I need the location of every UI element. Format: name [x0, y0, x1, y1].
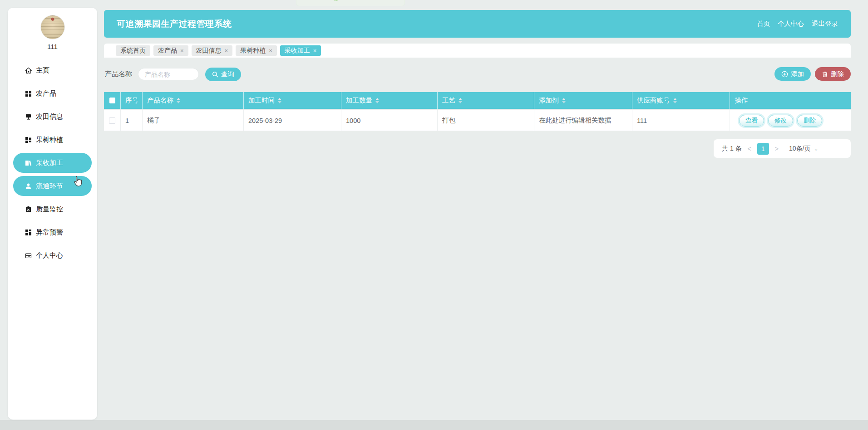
- delete-button[interactable]: 删除: [815, 67, 851, 81]
- cell-additive: 在此处进行编辑相关数据: [534, 110, 632, 131]
- add-button[interactable]: 添加: [774, 67, 811, 81]
- trash-icon: [822, 71, 828, 78]
- toolbar-actions: 添加 删除: [774, 67, 851, 81]
- pagination: 共 1 条 < 1 > 10条/页 ⌄: [714, 139, 851, 158]
- sidebar-item-label: 异常预警: [36, 228, 63, 237]
- add-button-label: 添加: [791, 70, 804, 78]
- success-toast: 操作成功: [296, 0, 405, 6]
- page-title: 可追溯果园生产过程管理系统: [117, 18, 232, 30]
- sort-carets-icon: [459, 98, 462, 103]
- sidebar-item-profile[interactable]: 个人中心: [13, 245, 92, 265]
- avatar[interactable]: [40, 15, 65, 39]
- sort-carets-icon: [375, 98, 379, 103]
- page-size-select[interactable]: 10条/页 ⌄: [789, 145, 819, 153]
- cell-time: 2025-03-29: [244, 110, 341, 131]
- tab-system-home[interactable]: 系统首页: [116, 45, 150, 56]
- col-quantity[interactable]: 加工数量: [341, 92, 438, 109]
- plus-circle-icon: [781, 71, 788, 78]
- sidebar-item-planting[interactable]: 果树种植: [13, 130, 92, 150]
- cell-operations: 查看 修改 删除: [730, 110, 851, 131]
- row-checkbox[interactable]: [109, 117, 115, 124]
- sidebar-item-quality-monitor[interactable]: 质量监控: [13, 199, 92, 219]
- close-icon[interactable]: ×: [225, 48, 228, 54]
- col-process-time[interactable]: 加工时间: [244, 92, 341, 109]
- sidebar-item-label: 果树种植: [36, 136, 63, 144]
- delete-row-button[interactable]: 删除: [797, 115, 822, 127]
- col-label: 工艺: [442, 96, 455, 105]
- sort-carets-icon: [562, 98, 566, 103]
- col-label: 供应商账号: [637, 96, 670, 105]
- col-supplier[interactable]: 供应商账号: [632, 92, 730, 109]
- main-area: 可追溯果园生产过程管理系统 首页 个人中心 退出登录 系统首页 农产品 × 农田…: [104, 0, 851, 430]
- sidebar-item-label: 主页: [36, 66, 49, 75]
- sidebar-item-alerts[interactable]: 异常预警: [13, 222, 92, 242]
- table-row: 1 橘子 2025-03-29 1000 打包 在此处进行编辑相关数据 111 …: [104, 110, 851, 131]
- app-header: 可追溯果园生产过程管理系统 首页 个人中心 退出登录: [104, 10, 851, 38]
- search-icon: [212, 71, 218, 78]
- grid-icon: [25, 137, 32, 143]
- search-label: 产品名称: [105, 70, 132, 78]
- close-icon[interactable]: ×: [269, 48, 272, 54]
- sidebar-item-home[interactable]: 主页: [13, 60, 92, 80]
- page-number-button[interactable]: 1: [757, 143, 769, 155]
- col-label: 加工数量: [346, 96, 372, 105]
- search-input[interactable]: [138, 68, 199, 80]
- col-product-name[interactable]: 产品名称: [143, 92, 244, 109]
- search-bar: 产品名称 查询: [105, 67, 241, 81]
- next-page-button[interactable]: >: [775, 145, 779, 152]
- check-circle-icon: [332, 0, 340, 1]
- col-label: 加工时间: [248, 96, 275, 105]
- select-all-checkbox[interactable]: [104, 92, 121, 109]
- sort-carets-icon: [177, 98, 180, 103]
- sidebar-item-label: 个人中心: [36, 251, 63, 260]
- sidebar: 111 主页 农产品 农田信息 果树种植 采收加工 流通环节 质量监: [8, 8, 97, 420]
- monitor-icon: [25, 113, 32, 120]
- cell-seq: 1: [121, 110, 143, 131]
- mouse-cursor: [71, 175, 84, 189]
- tab-bar: 系统首页 农产品 × 农田信息 × 果树种植 × 采收加工 ×: [104, 44, 851, 58]
- link-logout[interactable]: 退出登录: [812, 20, 838, 28]
- book-icon: [25, 160, 32, 166]
- prev-page-button[interactable]: <: [748, 145, 751, 152]
- clipboard-icon: [25, 206, 32, 213]
- grid-icon: [25, 229, 32, 236]
- sidebar-item-produce[interactable]: 农产品: [13, 83, 92, 103]
- tab-label: 农产品: [158, 47, 177, 55]
- chevron-down-icon: ⌄: [814, 146, 818, 152]
- header-links: 首页 个人中心 退出登录: [757, 20, 838, 28]
- cell-qty: 1000: [341, 110, 438, 131]
- sort-carets-icon: [673, 98, 677, 103]
- col-label: 添加剂: [539, 96, 559, 105]
- col-seq[interactable]: 序号: [121, 92, 143, 109]
- tab-label: 采收加工: [285, 47, 310, 55]
- close-icon[interactable]: ×: [313, 48, 317, 54]
- sidebar-item-label: 采收加工: [36, 159, 63, 167]
- sidebar-item-label: 农产品: [36, 89, 56, 98]
- col-additive[interactable]: 添加剂: [534, 92, 632, 109]
- cell-craft: 打包: [438, 110, 534, 131]
- pagination-total: 共 1 条: [722, 145, 742, 153]
- sort-carets-icon: [278, 98, 281, 103]
- close-icon[interactable]: ×: [180, 48, 184, 54]
- data-table: 序号 产品名称 加工时间 加工数量 工艺 添加剂: [104, 92, 851, 131]
- tab-produce[interactable]: 农产品 ×: [153, 45, 188, 56]
- delete-button-label: 删除: [831, 70, 844, 78]
- col-operations: 操作: [730, 92, 851, 109]
- link-profile[interactable]: 个人中心: [778, 20, 804, 28]
- link-home[interactable]: 首页: [757, 20, 770, 28]
- view-button[interactable]: 查看: [739, 115, 764, 127]
- sidebar-item-label: 质量监控: [36, 205, 63, 214]
- col-craft[interactable]: 工艺: [438, 92, 534, 109]
- col-label: 序号: [125, 96, 138, 105]
- username: 111: [8, 43, 97, 50]
- sidebar-item-label: 流通环节: [36, 182, 63, 191]
- tab-harvest-processing[interactable]: 采收加工 ×: [280, 45, 321, 56]
- tab-planting[interactable]: 果树种植 ×: [236, 45, 277, 56]
- toast-text: 操作成功: [343, 0, 369, 1]
- query-button[interactable]: 查询: [205, 68, 241, 81]
- edit-button[interactable]: 修改: [768, 115, 793, 127]
- sidebar-item-harvest-processing[interactable]: 采收加工: [13, 153, 92, 173]
- sidebar-item-field-info[interactable]: 农田信息: [13, 107, 92, 127]
- card-icon: [25, 252, 32, 259]
- tab-field-info[interactable]: 农田信息 ×: [192, 45, 233, 56]
